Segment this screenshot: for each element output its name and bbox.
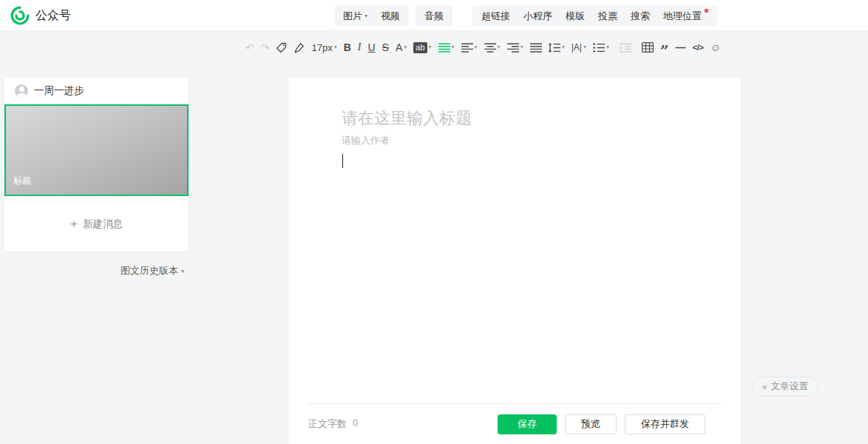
audio-menu-group: 音频 (416, 6, 452, 26)
font-color-select[interactable]: A▾ (396, 38, 407, 56)
bold-button[interactable]: B (344, 38, 351, 56)
account-name: 一周一进步 (34, 84, 84, 98)
align-left-select[interactable]: ▾ (461, 38, 478, 56)
format-brush-icon (294, 42, 305, 53)
chevron-down-icon: ▾ (404, 44, 407, 50)
history-versions-link[interactable]: 图文历史版本 ▾ (4, 264, 184, 278)
horizontal-rule-button[interactable]: — (675, 38, 685, 56)
chevron-down-icon: ▾ (181, 268, 184, 275)
tag-button[interactable] (276, 38, 287, 56)
table-icon (642, 42, 654, 53)
line-height-icon (549, 42, 560, 53)
menu-item-image[interactable]: 图片▾ (336, 10, 374, 23)
menu-item-miniprogram[interactable]: 小程序 (517, 10, 559, 23)
align-center-icon (484, 42, 496, 53)
chevron-down-icon: ▾ (562, 44, 565, 50)
media-menu-group: 图片▾ 视频 (334, 6, 409, 26)
brand-name: 公众号 (35, 8, 71, 24)
article-card-selected[interactable]: 标题 (4, 104, 189, 196)
chevron-down-icon: ▾ (365, 13, 367, 19)
editor-footer: 正文字数 0 保存 预览 保存并群发 (308, 404, 725, 444)
list-icon (593, 42, 605, 53)
chevron-down-icon: ▾ (452, 44, 455, 50)
chevron-down-icon: ▾ (429, 44, 432, 50)
account-row[interactable]: 一周一进步 (4, 78, 189, 104)
menu-item-search[interactable]: 搜索 (624, 10, 657, 23)
justify-icon (530, 42, 542, 53)
align-left-icon (461, 42, 473, 53)
top-header: 公众号 图片▾ 视频 音频 超链接 小程序 模版 投票 搜索 地理位置 (0, 0, 868, 31)
new-badge-dot (705, 9, 708, 13)
letter-spacing-select[interactable]: |A|▾ (572, 38, 586, 56)
menu-item-location[interactable]: 地理位置 (657, 10, 715, 23)
undo-button[interactable]: ↶ (245, 38, 254, 56)
brand[interactable]: 公众号 (10, 6, 71, 25)
line-height-select[interactable]: ▾ (549, 38, 565, 56)
align-right-icon (507, 42, 519, 53)
italic-button[interactable]: I (358, 38, 362, 56)
header-menu: 图片▾ 视频 音频 超链接 小程序 模版 投票 搜索 地理位置 (334, 6, 717, 26)
underline-button[interactable]: U (367, 38, 375, 56)
highlight-select[interactable]: ab▾ (413, 38, 431, 56)
plus-icon: + (70, 217, 78, 232)
chevron-down-icon: ▾ (583, 44, 586, 50)
editor-panel: 请在这里输入标题 请输入作者 正文字数 0 保存 预览 保存并群发 (288, 78, 741, 444)
strikethrough-button[interactable]: S (382, 38, 389, 56)
new-message-button[interactable]: + 新建消息 (4, 196, 189, 252)
word-count-label: 正文字数 (308, 417, 347, 431)
menu-item-hyperlink[interactable]: 超链接 (475, 10, 517, 23)
indent-icon (620, 42, 631, 53)
author-input[interactable]: 请输入作者 (342, 134, 390, 147)
table-button[interactable] (642, 38, 654, 56)
article-settings-label: 文章设置 (771, 380, 808, 393)
blockquote-button[interactable]: ” (660, 38, 669, 56)
text-color-lines-icon (438, 42, 450, 53)
account-avatar-icon (15, 84, 28, 98)
wechat-official-logo-icon (10, 6, 30, 25)
chevron-down-icon: ▾ (606, 44, 609, 50)
double-chevron-icon: « (762, 382, 767, 392)
chevron-down-icon: ▾ (521, 44, 523, 50)
emoji-button[interactable]: ☺ (711, 38, 721, 56)
redo-button[interactable]: ↷ (261, 38, 270, 56)
format-toolbar: ↶ ↷ 17px▾ B I U S A▾ ab▾ ▾ ▾ ▾ (0, 31, 868, 64)
preview-button[interactable]: 预览 (565, 414, 617, 434)
menu-item-vote[interactable]: 投票 (591, 10, 624, 23)
new-message-label: 新建消息 (83, 218, 123, 231)
insert-menu-group: 超链接 小程序 模版 投票 搜索 地理位置 (472, 6, 717, 26)
save-button[interactable]: 保存 (498, 414, 557, 434)
align-right-select[interactable]: ▾ (507, 38, 523, 56)
indent-button-disabled[interactable] (616, 38, 635, 56)
tag-icon (276, 42, 287, 53)
menu-item-video[interactable]: 视频 (374, 10, 407, 23)
justify-button[interactable] (530, 38, 542, 56)
align-center-select[interactable]: ▾ (484, 38, 501, 56)
action-buttons: 保存 预览 保存并群发 (498, 414, 705, 434)
chevron-down-icon: ▾ (498, 44, 501, 50)
font-size-select[interactable]: 17px▾ (311, 38, 336, 56)
format-brush-button[interactable] (294, 38, 305, 56)
text-cursor (342, 154, 343, 168)
chevron-down-icon: ▾ (334, 44, 337, 50)
text-color-lines-select[interactable]: ▾ (438, 38, 455, 56)
save-and-send-button[interactable]: 保存并群发 (625, 414, 705, 434)
menu-item-template[interactable]: 模版 (559, 10, 591, 23)
article-card-title: 标题 (13, 175, 31, 187)
word-count-value: 0 (353, 417, 358, 431)
code-button[interactable]: </> (692, 38, 703, 56)
word-count: 正文字数 0 (308, 417, 358, 431)
article-list-panel: 一周一进步 标题 + 新建消息 (4, 78, 189, 252)
menu-item-audio[interactable]: 音频 (418, 10, 450, 23)
article-settings-button[interactable]: « 文章设置 (752, 377, 818, 397)
title-input[interactable]: 请在这里输入标题 (342, 107, 472, 130)
chevron-down-icon: ▾ (475, 44, 478, 50)
list-select[interactable]: ▾ (593, 38, 609, 56)
